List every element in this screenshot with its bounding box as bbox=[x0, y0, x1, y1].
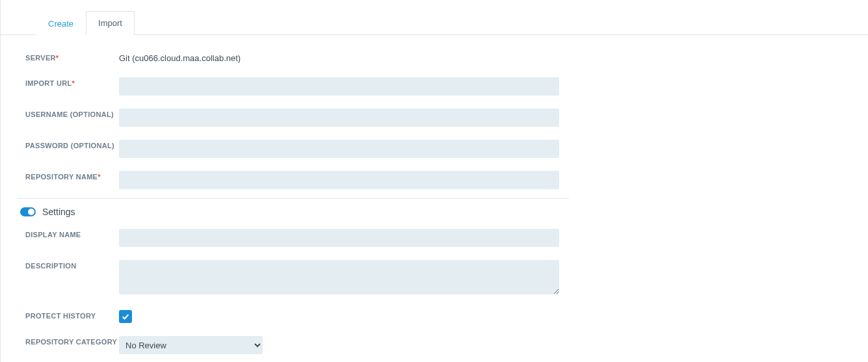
tab-create[interactable]: Create bbox=[36, 12, 86, 35]
description-input[interactable] bbox=[119, 260, 559, 294]
password-input[interactable] bbox=[119, 140, 559, 158]
label-password: PASSWORD (OPTIONAL) bbox=[25, 140, 119, 151]
import-url-input[interactable] bbox=[119, 77, 559, 96]
settings-label: Settings bbox=[42, 207, 75, 217]
label-description: DESCRIPTION bbox=[25, 260, 119, 272]
check-icon bbox=[121, 312, 130, 321]
label-repo-category: REPOSITORY CATEGORY bbox=[25, 336, 119, 348]
label-protect-history: PROTECT HISTORY bbox=[25, 310, 119, 322]
label-import-url: IMPORT URL* bbox=[25, 77, 119, 89]
label-username: USERNAME (OPTIONAL) bbox=[25, 109, 119, 120]
settings-toggle[interactable] bbox=[20, 207, 36, 216]
tab-import[interactable]: Import bbox=[86, 11, 135, 35]
tab-bar: Create Import bbox=[1, 0, 868, 35]
server-value: Git (cu066.cloud.maa.collab.net) bbox=[119, 53, 241, 63]
username-input[interactable] bbox=[119, 109, 559, 127]
label-server: SERVER* bbox=[25, 52, 119, 64]
protect-history-checkbox[interactable] bbox=[119, 310, 132, 323]
repo-name-input[interactable] bbox=[119, 171, 559, 189]
display-name-input[interactable] bbox=[119, 229, 559, 247]
label-repo-name: REPOSITORY NAME* bbox=[25, 171, 119, 183]
label-display-name: DISPLAY NAME bbox=[25, 229, 119, 240]
repo-category-select[interactable]: No Review bbox=[119, 336, 263, 354]
